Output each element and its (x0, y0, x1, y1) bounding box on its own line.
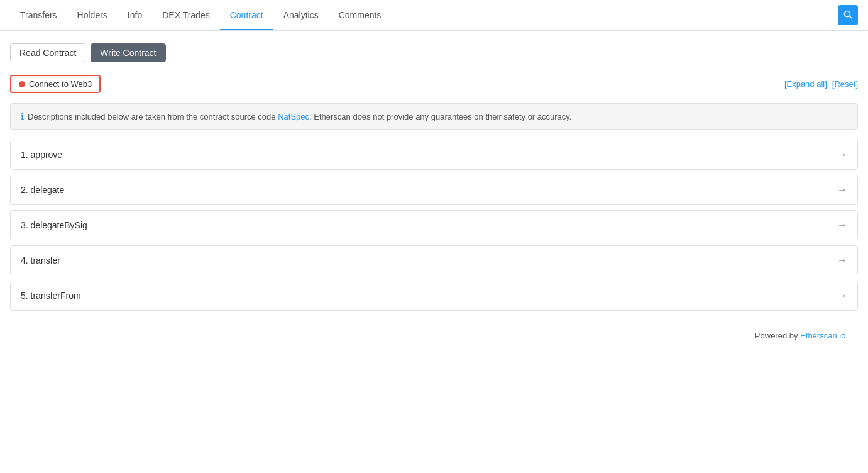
arrow-icon-delegate: → (837, 184, 847, 196)
etherscan-link[interactable]: Etherscan.io (800, 331, 845, 340)
tab-comments[interactable]: Comments (329, 1, 392, 30)
connect-row: Connect to Web3 [Expand all] [Reset] (10, 75, 858, 93)
function-name-transfer-from: 5. transferFrom (21, 291, 81, 301)
tab-analytics[interactable]: Analytics (273, 1, 329, 30)
info-banner: ℹ Descriptions included below are taken … (10, 103, 858, 130)
function-row-transfer-from[interactable]: 5. transferFrom → (10, 281, 858, 311)
function-name-transfer: 4. transfer (21, 255, 60, 265)
tab-dex-trades[interactable]: DEX Trades (152, 1, 219, 30)
function-name-delegate: 2. delegate (21, 185, 64, 195)
contract-type-buttons: Read Contract Write Contract (10, 43, 858, 62)
connect-web3-label: Connect to Web3 (29, 79, 92, 89)
function-list: 1. approve → 2. delegate → 3. delegateBy… (10, 140, 858, 311)
expand-all-link[interactable]: [Expand all] (784, 79, 827, 89)
natspec-link[interactable]: NatSpec (278, 112, 309, 121)
function-row-transfer[interactable]: 4. transfer → (10, 245, 858, 275)
arrow-icon-transfer-from: → (837, 290, 847, 301)
connect-status-dot (19, 81, 25, 87)
write-contract-button[interactable]: Write Contract (91, 43, 165, 62)
tab-contract[interactable]: Contract (220, 1, 273, 30)
tab-transfers[interactable]: Transfers (10, 1, 67, 30)
search-button[interactable] (838, 5, 858, 25)
function-row-delegate-by-sig[interactable]: 3. delegateBySig → (10, 210, 858, 240)
function-name-delegate-by-sig: 3. delegateBySig (21, 220, 87, 230)
search-icon (843, 10, 852, 21)
arrow-icon-transfer: → (837, 255, 847, 266)
info-banner-text: Descriptions included below are taken fr… (28, 112, 571, 121)
connect-web3-button[interactable]: Connect to Web3 (10, 75, 101, 93)
footer: Powered by Etherscan.io. (10, 326, 858, 345)
reset-link[interactable]: [Reset] (832, 79, 858, 89)
expand-reset-controls: [Expand all] [Reset] (784, 79, 858, 89)
info-icon: ℹ (21, 111, 24, 121)
tab-info[interactable]: Info (118, 1, 152, 30)
function-row-delegate[interactable]: 2. delegate → (10, 175, 858, 205)
footer-period: . (845, 331, 848, 340)
arrow-icon-delegate-by-sig: → (837, 220, 847, 231)
arrow-icon-approve: → (837, 149, 847, 160)
powered-by-text: Powered by (755, 331, 800, 340)
function-name-approve: 1. approve (21, 150, 62, 160)
main-content: Read Contract Write Contract Connect to … (0, 31, 868, 358)
function-row-approve[interactable]: 1. approve → (10, 140, 858, 170)
read-contract-button[interactable]: Read Contract (10, 43, 85, 62)
top-navigation: Transfers Holders Info DEX Trades Contra… (0, 0, 868, 31)
tab-holders[interactable]: Holders (67, 1, 118, 30)
svg-line-1 (850, 16, 852, 18)
